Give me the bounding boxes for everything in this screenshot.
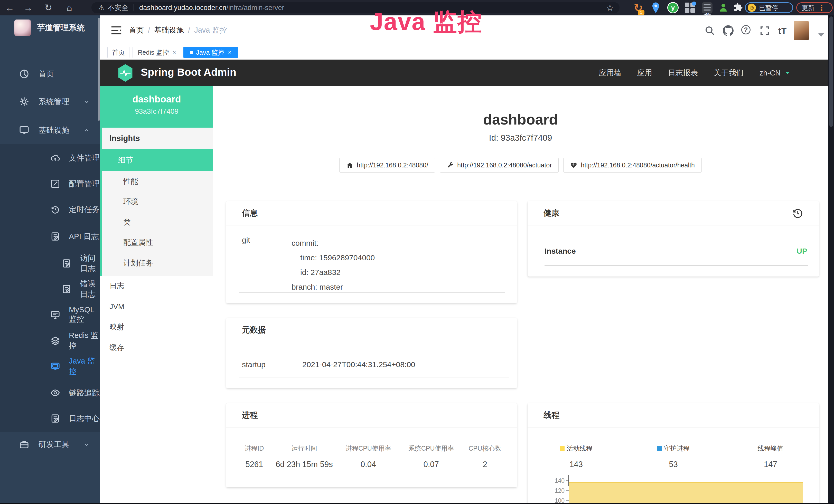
browser-home-button[interactable]: ⌂ [62,0,77,16]
monitor-icon [50,310,60,320]
sidebar-item-home[interactable]: 首页 [0,61,100,87]
sidebar-item-redis-monitor[interactable]: Redis 监控 [0,328,100,353]
sba-nav-metrics[interactable]: 性能 [100,171,213,191]
sidebar-item-label: 系统管理 [39,96,69,107]
sidebar-item-tracing[interactable]: 链路追踪 [0,380,100,406]
extensions-puzzle-icon[interactable] [732,2,744,14]
address-bar[interactable]: ⚠ 不安全 dashboard.yudao.iocoder.cn /infra/… [91,2,619,13]
sidebar-item-label: 定时任务 [69,204,100,215]
cloud-upload-icon [50,153,60,163]
sidebar-item-error-logs[interactable]: 错误日志 [0,276,100,302]
tab-close-icon[interactable]: × [228,49,232,56]
sba-nav-details[interactable]: 细节 [100,149,213,171]
sidebar-scrollbar-thumb[interactable] [98,18,100,121]
profile-avatar-emoji: ☺ [748,4,756,12]
extension-pin-icon[interactable] [650,2,661,14]
heart-pulse-icon [570,162,577,169]
tab-label: 首页 [112,48,125,57]
sidebar-item-dev-tools[interactable]: 研发工具 [0,432,100,457]
sidebar-item-label: 基础设施 [39,125,69,136]
window-bottom-edge [0,503,834,504]
process-col-uptime: 运行时间 6d 23h 15m 59s [272,444,336,469]
sba-nav-journal[interactable]: 日志报表 [668,68,698,78]
sidebar-item-infrastructure[interactable]: 基础设施 [0,117,100,143]
sba-nav-classes[interactable]: 类 [100,212,213,232]
sba-nav-wallboard[interactable]: 应用墙 [599,68,621,78]
tab-close-icon[interactable]: × [172,49,176,56]
clock-history-icon [50,205,60,214]
sidebar-item-config-management[interactable]: 配置管理 [0,171,100,197]
sidebar-item-scheduled-jobs[interactable]: 定时任务 [0,197,100,222]
user-avatar[interactable] [794,21,809,40]
tab-java-monitor[interactable]: Java 监控 × [183,47,238,58]
instance-name: dashboard [100,86,213,105]
sidebar-item-java-monitor[interactable]: Java 监控 [0,353,100,379]
tab-home[interactable]: 首页 [107,47,129,58]
health-status-up: UP [796,247,807,255]
browser-forward-button[interactable]: → [21,0,36,16]
extension-person-icon[interactable] [718,2,729,14]
legend-daemon-threads: 守护进程 53 [625,444,722,469]
update-label: 更新 [802,4,814,12]
ytick-120: 120 [543,487,565,494]
page-scrollbar-thumb[interactable] [829,17,833,127]
sidebar-item-system[interactable]: 系统管理 [0,89,100,115]
sba-nav-mappings[interactable]: 映射 [100,317,213,337]
sba-instance-header[interactable]: dashboard 93a3fc7f7409 [100,86,213,128]
sba-nav-config-props[interactable]: 配置属性 [100,232,213,253]
breadcrumb-current: Java 监控 [194,25,227,36]
search-icon[interactable] [704,25,715,36]
sba-nav-applications[interactable]: 应用 [637,68,652,78]
browser-update-button[interactable]: 更新 ⋮ [796,2,833,13]
extension-refresh-icon[interactable]: ↻ 1 [632,2,644,14]
fullscreen-icon[interactable] [759,25,770,36]
github-icon[interactable] [723,25,733,36]
sba-nav-scheduled-tasks[interactable]: 计划任务 [100,253,213,273]
browser-reload-button[interactable]: ↻ [41,0,56,16]
legend-live-threads: 活动线程 143 [528,444,625,469]
sidebar-item-api-logs[interactable]: API 日志 [0,224,100,249]
help-icon[interactable]: ? [741,25,750,35]
eye-icon [50,388,60,398]
security-label[interactable]: 不安全 [108,3,128,12]
breadcrumb-infrastructure[interactable]: 基础设施 [154,25,184,36]
browser-back-button[interactable]: ← [2,0,18,16]
document-edit-icon [50,232,60,241]
sba-brand-title[interactable]: Spring Boot Admin [141,66,236,78]
extension-y-icon[interactable]: y [667,2,679,14]
service-url-chip[interactable]: http://192.168.0.2:48080/ [339,158,435,173]
hamburger-icon[interactable] [110,25,122,36]
app-logo-row[interactable]: 芋道管理系统 [14,20,85,36]
sidebar-item-file-management[interactable]: 文件管理 [0,145,100,171]
page-scrollbar[interactable] [828,16,834,504]
profile-paused-pill[interactable]: ☺ 已暂停 [745,2,793,13]
extension-on-icon[interactable]: on [701,2,713,14]
ytick-140: 140 [543,477,565,484]
sba-nav-jvm[interactable]: JVM [100,296,213,317]
breadcrumb-separator: / [188,26,190,35]
health-url-chip[interactable]: http://192.168.0.2:48080/actuator/health [563,158,701,173]
sidebar-item-log-center[interactable]: 日志中心 [0,406,100,431]
sba-locale-select[interactable]: zh-CN [760,69,791,77]
sidebar-item-label: Java 监控 [69,356,100,377]
avatar-caret-icon[interactable] [818,33,824,37]
tab-redis-monitor[interactable]: Redis 监控 × [133,47,181,58]
sidebar-item-mysql-monitor[interactable]: MySQL 监控 [0,302,100,328]
process-col-process-cpu: 进程CPU使用率 0.04 [336,444,400,469]
breadcrumb-home[interactable]: 首页 [129,25,144,36]
sba-nav-about[interactable]: 关于我们 [714,68,744,78]
browser-menu-kebab-icon[interactable]: ⋮ [817,3,826,13]
sba-logo-icon[interactable] [117,64,134,82]
dashboard-pie-icon [19,69,29,79]
sba-nav-caches[interactable]: 缓存 [100,337,213,358]
sba-nav-logs[interactable]: 日志 [100,276,213,296]
extension-grid-icon[interactable] [684,2,696,14]
font-size-icon[interactable]: tT [778,26,787,36]
sidebar-item-label: MySQL 监控 [69,305,100,324]
sidebar-item-access-logs[interactable]: 访问日志 [0,251,100,276]
actuator-url-chip[interactable]: http://192.168.0.2:48080/actuator [440,158,559,173]
process-col-system-cpu: 系统CPU使用率 0.07 [400,444,462,469]
sba-nav-environment[interactable]: 环境 [100,191,213,212]
history-icon[interactable] [792,208,803,219]
bookmark-star-icon[interactable]: ☆ [606,3,614,13]
